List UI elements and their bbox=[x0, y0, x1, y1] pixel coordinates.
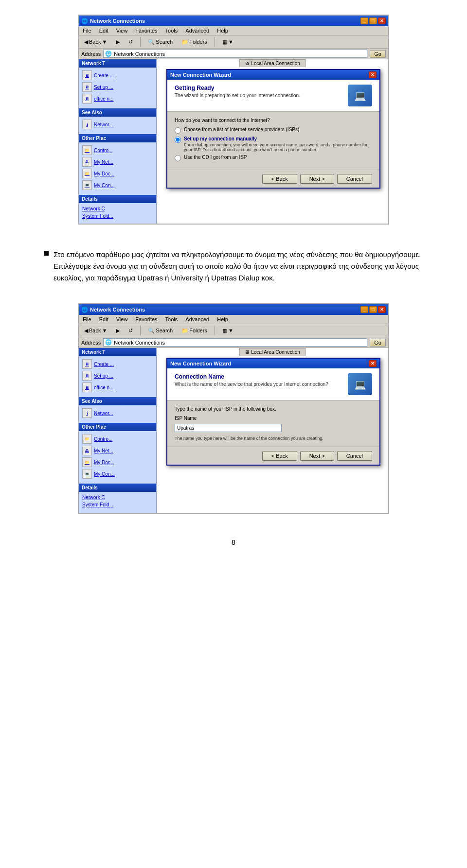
refresh-icon-1: ↺ bbox=[128, 39, 133, 45]
menu-edit-1[interactable]: Edit bbox=[98, 27, 110, 34]
sidebar-item-office-2[interactable]: 🖥 office n... bbox=[81, 382, 154, 393]
dialog-body-2: Connection Name What is the name of the … bbox=[167, 368, 379, 465]
menu-file-1[interactable]: File bbox=[81, 27, 93, 34]
menu-tools-2[interactable]: Tools bbox=[164, 316, 180, 323]
sidebar-body-seealso-1: ℹ Networ... bbox=[79, 117, 156, 132]
sidebar-item-mycomp-1[interactable]: 💻 My Con... bbox=[81, 179, 154, 191]
sidebar-item-label-network-1: Networ... bbox=[94, 122, 113, 127]
back-btn-toolbar-2[interactable]: ◀ Back ▼ bbox=[81, 326, 110, 335]
sidebar-item-setup-1[interactable]: 🖥 Set up ... bbox=[81, 81, 154, 93]
sidebar-header-seealso-1: See Also bbox=[79, 108, 156, 117]
forward-btn-2[interactable]: ▶ bbox=[113, 326, 123, 335]
sidebar-item-icon-create-1: 🖥 bbox=[82, 70, 92, 80]
dialog-header-icon-1: 💻 bbox=[348, 85, 372, 106]
menu-file-2[interactable]: File bbox=[81, 316, 93, 323]
back-btn-dialog-1[interactable]: < Back bbox=[262, 174, 297, 184]
sidebar-item-label-control-1: Contro... bbox=[94, 148, 112, 153]
sidebar-item-label-sysfold-1: System Fold... bbox=[82, 213, 113, 219]
sidebar-item-label-create-2: Create ... bbox=[94, 362, 114, 367]
lac-label-1: Local Area Connection bbox=[251, 61, 300, 66]
folders-btn-2[interactable]: 📁 Folders bbox=[179, 326, 210, 335]
sidebar-item-office-1[interactable]: 🖥 office n... bbox=[81, 93, 154, 104]
lac-tab-2[interactable]: 🖥 Local Area Connection bbox=[239, 348, 305, 356]
next-btn-dialog-1[interactable]: Next > bbox=[300, 174, 334, 184]
menu-favorites-1[interactable]: Favorites bbox=[134, 27, 159, 34]
refresh-btn-1[interactable]: ↺ bbox=[126, 37, 136, 47]
sidebar-item-mynet-2[interactable]: 🖧 My Net... bbox=[81, 445, 154, 456]
menu-help-2[interactable]: Help bbox=[216, 316, 230, 323]
address-field-2[interactable]: 🌐 Network Connections bbox=[103, 338, 367, 347]
sidebar-item-create-1[interactable]: 🖥 Create ... bbox=[81, 69, 154, 81]
radio-input-manual[interactable] bbox=[175, 137, 181, 143]
search-btn-2[interactable]: 🔍 Search bbox=[145, 326, 176, 335]
dialog-heading-2: Connection Name bbox=[175, 373, 328, 380]
menu-view-1[interactable]: View bbox=[115, 27, 129, 34]
views-dropdown-2: ▼ bbox=[228, 328, 234, 333]
sidebar-header-network-2: Network T bbox=[79, 348, 156, 356]
radio-input-cd[interactable] bbox=[175, 155, 181, 161]
close-btn-1[interactable]: ✕ bbox=[378, 17, 386, 24]
refresh-btn-2[interactable]: ↺ bbox=[126, 326, 136, 335]
sidebar-item-network-2[interactable]: ℹ Networ... bbox=[81, 407, 154, 419]
dialog-question-1: How do you want to connect to the Intern… bbox=[175, 118, 372, 123]
views-btn-1[interactable]: ▦ ▼ bbox=[219, 37, 236, 47]
cancel-btn-dialog-1[interactable]: Cancel bbox=[337, 174, 372, 184]
address-field-1[interactable]: 🌐 Network Connections bbox=[103, 50, 367, 58]
sidebar-item-control-2[interactable]: 📁 Contro... bbox=[81, 433, 154, 445]
minimize-btn-1[interactable]: _ bbox=[360, 17, 368, 24]
page-number: 8 bbox=[232, 538, 235, 546]
sidebar-header-details-1: Details bbox=[79, 195, 156, 203]
sidebar-item-icon-setup-2: 🖥 bbox=[82, 371, 92, 381]
addressbar-2: Address 🌐 Network Connections Go bbox=[79, 337, 388, 348]
sidebar-item-setup-2[interactable]: 🖥 Set up ... bbox=[81, 370, 154, 382]
folders-btn-1[interactable]: 📁 Folders bbox=[179, 37, 210, 47]
maximize-btn-2[interactable]: □ bbox=[369, 306, 377, 313]
sidebar-item-mycomp-2[interactable]: 💻 My Con... bbox=[81, 468, 154, 480]
go-btn-1[interactable]: Go bbox=[370, 50, 386, 58]
isp-field-desc: The name you type here will be the name … bbox=[175, 436, 372, 441]
maximize-btn-1[interactable]: □ bbox=[369, 17, 377, 24]
sidebar-item-create-2[interactable]: 🖥 Create ... bbox=[81, 358, 154, 370]
sidebar-body-network-2: 🖥 Create ... 🖥 Set up ... 🖥 office n... bbox=[79, 356, 156, 395]
back-dropdown-icon-2: ▼ bbox=[102, 328, 107, 333]
views-btn-2[interactable]: ▦ ▼ bbox=[219, 326, 236, 335]
next-btn-dialog-2[interactable]: Next > bbox=[300, 451, 334, 461]
menu-view-2[interactable]: View bbox=[115, 316, 129, 323]
search-btn-1[interactable]: 🔍 Search bbox=[145, 37, 176, 47]
dialog-heading-1: Getting Ready bbox=[175, 85, 300, 91]
close-btn-2[interactable]: ✕ bbox=[378, 306, 386, 313]
lac-tab-1[interactable]: 🖥 Local Area Connection bbox=[239, 59, 305, 67]
folders-icon-2: 📁 bbox=[181, 328, 188, 334]
back-btn-dialog-2[interactable]: < Back bbox=[262, 451, 297, 461]
menu-advanced-1[interactable]: Advanced bbox=[184, 27, 211, 34]
dialog-header-text-2: Connection Name What is the name of the … bbox=[175, 373, 328, 387]
sidebar-item-mydoc-1[interactable]: 📁 My Doc... bbox=[81, 168, 154, 179]
menu-help-1[interactable]: Help bbox=[216, 27, 230, 34]
sidebar-item-icon-mynet-2: 🖧 bbox=[82, 446, 92, 455]
cancel-btn-dialog-2[interactable]: Cancel bbox=[337, 451, 372, 461]
back-btn-toolbar-1[interactable]: ◀ Back ▼ bbox=[81, 37, 110, 47]
dialog-close-btn-2[interactable]: ✕ bbox=[369, 360, 377, 367]
menu-advanced-2[interactable]: Advanced bbox=[184, 316, 211, 323]
isp-name-input[interactable] bbox=[175, 424, 282, 432]
win-main-2: 🖥 Local Area Connection New Connection W… bbox=[157, 348, 388, 513]
radio-option-3: Use the CD I got from an ISP bbox=[175, 155, 372, 161]
dialog-close-btn-1[interactable]: ✕ bbox=[369, 71, 377, 78]
sidebar-item-icon-mydoc-2: 📁 bbox=[82, 457, 92, 467]
menu-tools-1[interactable]: Tools bbox=[164, 27, 180, 34]
radio-input-isp-list[interactable] bbox=[175, 127, 181, 134]
sidebar-item-mynet-1[interactable]: 🖧 My Net... bbox=[81, 156, 154, 168]
sidebar-item-icon-network-1: ℹ bbox=[82, 120, 92, 129]
folders-icon-1: 📁 bbox=[181, 39, 188, 45]
sidebar-item-control-1[interactable]: 📁 Contro... bbox=[81, 144, 154, 156]
menu-favorites-2[interactable]: Favorites bbox=[134, 316, 159, 323]
go-btn-2[interactable]: Go bbox=[370, 339, 386, 347]
forward-btn-1[interactable]: ▶ bbox=[113, 37, 123, 47]
sidebar-item-label-netconn-1: Network C bbox=[82, 206, 105, 211]
sidebar-item-mydoc-2[interactable]: 📁 My Doc... bbox=[81, 456, 154, 468]
radio-option-2: Set up my connection manually For a dial… bbox=[175, 136, 372, 152]
menu-edit-2[interactable]: Edit bbox=[98, 316, 110, 323]
sidebar-item-network-1[interactable]: ℹ Networ... bbox=[81, 119, 154, 130]
minimize-btn-2[interactable]: _ bbox=[360, 306, 368, 313]
dialog-overlay-1: New Connection Wizard ✕ Getting Ready Th… bbox=[166, 69, 388, 224]
